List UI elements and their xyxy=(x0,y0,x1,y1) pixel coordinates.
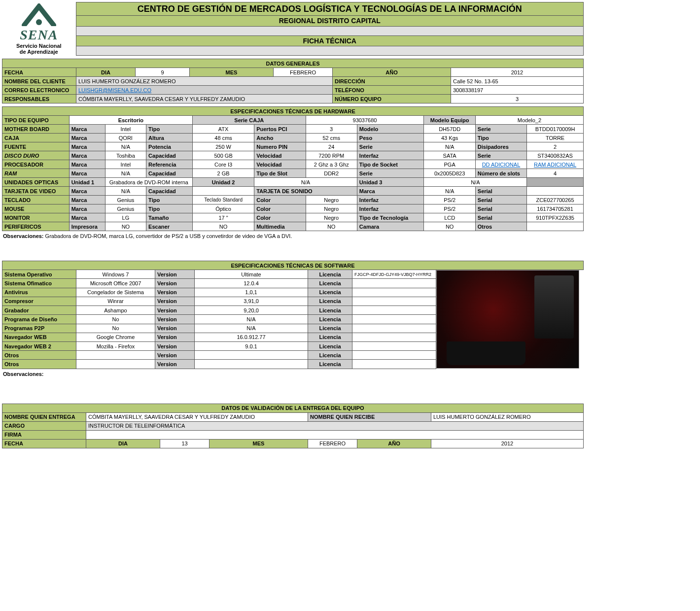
sw-row-lbl: Navegador WEB xyxy=(2,333,76,341)
val-entrega-lbl: NOMBRE QUIEN ENTREGA xyxy=(2,412,86,421)
page-subtitle: REGIONAL DISTRITO CAPITAL xyxy=(76,16,584,27)
hw-fuente-disip: 2 xyxy=(527,142,584,151)
sw-row-name xyxy=(76,360,155,369)
val-cargo: INSTRUCTOR DE TELEINFORMÁTICA xyxy=(86,421,584,430)
hw-tec-intf: PS/2 xyxy=(424,196,475,204)
sw-row-lic xyxy=(352,279,436,288)
hw-mon-tech: LCD xyxy=(424,213,475,222)
val-mes: FEBRERO xyxy=(308,439,357,448)
hw-dd-lbl: DISCO DURO xyxy=(2,151,70,160)
dg-correo-link[interactable]: LUISHGR@MISENA.EDU.CO xyxy=(78,87,151,93)
hw-tec-intf-lbl: Interfaz xyxy=(357,196,424,204)
header-table: SENA Servicio Nacional de Aprendizaje CE… xyxy=(2,2,584,56)
val-recibe-lbl: NOMBRE QUIEN RECIBE xyxy=(308,412,431,421)
logo-sub1: Servicio Nacional xyxy=(14,43,64,49)
hw-u1-lbl: Unidad 1 xyxy=(69,178,105,187)
hw-mb-lbl: MOTHER BOARD xyxy=(2,125,70,134)
sw-row-name: Google Chrome xyxy=(76,333,155,341)
val-fecha-lbl: FECHA xyxy=(2,439,86,448)
hw-ram-nslots: 4 xyxy=(527,169,584,178)
hw-tec-serial-lbl: Serial xyxy=(475,196,526,204)
sw-row-ver: 9.0.1 xyxy=(195,341,308,350)
hw-u3: N/A xyxy=(424,178,527,187)
hw-obs-lbl: Observaciones: xyxy=(3,233,44,239)
hw-ts-marca: N/A xyxy=(424,187,475,196)
hw-ram-nslots-lbl: Número de slots xyxy=(475,169,526,178)
hw-mb-modelo: DH57DD xyxy=(424,125,475,134)
hw-ts-lbl: TARJETA DE SONIDO xyxy=(254,187,357,196)
hw-cpu-ref: Core I3 xyxy=(193,160,254,169)
hw-mouse-intf-lbl: Interfaz xyxy=(357,204,424,213)
hw-caja-ancho: 52 cms xyxy=(306,134,357,142)
hw-obs: Observaciones: Grabadora de DVD-ROM, mar… xyxy=(2,231,584,241)
sw-row-lic xyxy=(352,324,436,333)
hw-tec-marca: Genius xyxy=(105,196,146,204)
hw-dd-serie-lbl: Serie xyxy=(475,151,526,160)
sw-lic-lbl: Licencia xyxy=(308,324,352,333)
hw-dd-intf: SATA xyxy=(424,151,475,160)
hw-serie-caja-lbl: Serie CAJA xyxy=(193,116,306,125)
hw-ts-marca-lbl: Marca xyxy=(357,187,424,196)
sw-row-lbl: Compresor xyxy=(2,297,76,306)
hw-mon-marca: LG xyxy=(105,213,146,222)
sw-row-lbl: Otros xyxy=(2,351,76,360)
dg-mes: FEBRERO xyxy=(274,68,333,77)
hw-ram-serie: 0x2005D823 xyxy=(424,169,475,178)
hw-fuente-pot: 250 W xyxy=(193,142,254,151)
sw-table: ESPECIFICACIONES TÉCNICAS DE SOFTWARE Si… xyxy=(2,261,584,369)
sw-ver-lbl: Version xyxy=(155,324,195,333)
sw-row-ver: N/A xyxy=(195,324,308,333)
hw-fuente-disip-lbl: Disipadores xyxy=(475,142,526,151)
sw-row-name: Winrar xyxy=(76,297,155,306)
hw-ram-add-link[interactable]: RAM ADICIONAL xyxy=(534,162,576,168)
hw-tv-cap-lbl: Capacidad xyxy=(146,187,193,196)
hw-u2-lbl: Unidad 2 xyxy=(193,178,254,187)
val-mes-lbl: MES xyxy=(210,439,308,448)
sw-row-name: Windows 7 xyxy=(76,270,155,279)
hw-mouse-serial: 161734705281 xyxy=(527,204,584,213)
hw-ts-serial xyxy=(527,187,584,196)
hw-dd-marca: Toshiba xyxy=(105,151,146,160)
sena-logo-icon xyxy=(14,3,64,26)
val-firma-lbl: FIRMA xyxy=(2,430,86,439)
sw-row-ver: 9,20,0 xyxy=(195,306,308,315)
dg-fecha-lbl: FECHA xyxy=(2,68,76,77)
hw-caja-marca-lbl: Marca xyxy=(69,134,105,142)
sw-lic-lbl: Licencia xyxy=(308,333,352,341)
val-table: DATOS DE VALIDACIÓN DE LA ENTREGA DEL EQ… xyxy=(2,404,584,448)
hw-section: ESPECIFICACIONES TÉCNICAS DE HARDWARE xyxy=(2,107,584,116)
dg-tel-lbl: TELÉFONO xyxy=(333,86,451,95)
hw-caja-alt: 48 cms xyxy=(193,134,254,142)
header-gap xyxy=(76,26,584,35)
hw-ram-marca: N/A xyxy=(105,169,146,178)
sw-row-lic xyxy=(352,288,436,297)
hw-caja-lbl: CAJA xyxy=(2,134,70,142)
dg-ano: 2012 xyxy=(451,68,584,77)
sw-row-name: Microsoft Office 2007 xyxy=(76,279,155,288)
hw-dd-cap: 500 GB xyxy=(193,151,254,160)
sw-row-ver: N/A xyxy=(195,315,308,324)
hw-mouse-marca-lbl: Marca xyxy=(69,204,105,213)
sw-row-ver xyxy=(195,360,308,369)
hw-tec-color-lbl: Color xyxy=(254,196,306,204)
val-cargo-lbl: CARGO xyxy=(2,421,86,430)
sw-row-name: Congelador de Sistema xyxy=(76,288,155,297)
hw-mon-color: Negro xyxy=(306,213,357,222)
sw-lic-lbl: Licencia xyxy=(308,279,352,288)
hw-tv-marca: N/A xyxy=(105,187,146,196)
hw-caja-peso: 43 Kgs xyxy=(424,134,475,142)
page-title: CENTRO DE GESTIÓN DE MERCADOS LOGÍSTICA … xyxy=(76,2,584,16)
hw-opt-lbl: UNIDADES OPTICAS xyxy=(2,178,70,187)
hw-mon-serial: 910TPFX2Z635 xyxy=(527,213,584,222)
sw-row-lic xyxy=(352,341,436,350)
hw-caja-ancho-lbl: Ancho xyxy=(254,134,306,142)
hw-per-otros-lbl: Otros xyxy=(475,222,526,231)
ficha-title: FICHA TÉCNICA xyxy=(76,35,584,46)
hw-dd-add-link[interactable]: DD ADICIONAL xyxy=(482,162,521,168)
hw-cpu-sock: PGA xyxy=(424,160,475,169)
hw-mouse-lbl: MOUSE xyxy=(2,204,70,213)
hw-dd-cap-lbl: Capacidad xyxy=(146,151,193,160)
sw-row-lic xyxy=(352,297,436,306)
sw-row-lbl: Otros xyxy=(2,360,76,369)
header-gap2 xyxy=(76,46,584,56)
